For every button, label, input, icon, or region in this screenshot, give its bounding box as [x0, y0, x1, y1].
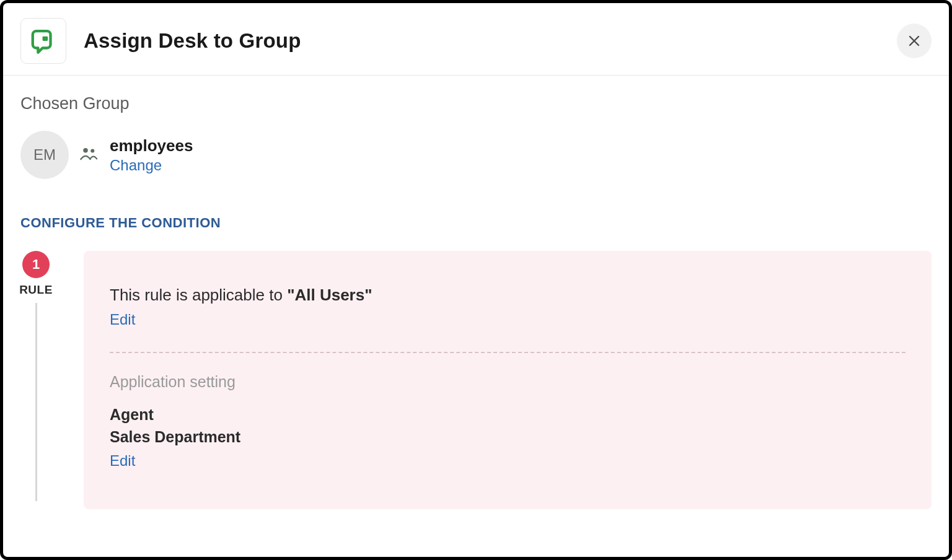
group-icon — [80, 146, 99, 164]
chosen-group-label: Chosen Group — [20, 94, 932, 113]
chosen-group-row: EM employees Change — [20, 131, 932, 179]
modal-inner: Assign Desk to Group Chosen Group EM — [3, 3, 949, 557]
svg-point-1 — [83, 148, 88, 153]
edit-application-setting-link[interactable]: Edit — [110, 452, 135, 470]
close-icon — [907, 33, 922, 48]
group-avatar: EM — [20, 131, 69, 179]
rule-applies-target: "All Users" — [287, 286, 372, 304]
application-setting-heading: Application setting — [110, 373, 906, 391]
svg-rect-0 — [43, 37, 48, 41]
modal-content: Chosen Group EM employees Change Configu — [3, 76, 949, 509]
rule-applies-text: This rule is applicable to "All Users" — [110, 286, 906, 305]
close-button[interactable] — [897, 24, 932, 58]
rule-area: 1 RULE This rule is applicable to "All U… — [20, 251, 932, 509]
page-title: Assign Desk to Group — [84, 29, 897, 53]
department-value: Sales Department — [110, 426, 906, 448]
edit-rule-scope-link[interactable]: Edit — [110, 311, 135, 328]
configure-condition-heading: Configure the Condition — [20, 215, 932, 231]
rule-number-badge: 1 — [22, 251, 50, 278]
rule-applies-prefix: This rule is applicable to — [110, 286, 287, 304]
rule-label: RULE — [19, 283, 53, 297]
rule-card: This rule is applicable to "All Users" E… — [84, 251, 932, 509]
rule-badge-column: 1 RULE — [20, 251, 51, 501]
rule-timeline-line — [35, 303, 37, 501]
svg-point-2 — [90, 149, 94, 153]
modal-header: Assign Desk to Group — [3, 3, 949, 76]
role-value: Agent — [110, 403, 906, 426]
group-name: employees — [110, 136, 193, 155]
group-info: employees Change — [110, 136, 193, 174]
desk-logo-icon — [29, 27, 58, 55]
modal-frame: Assign Desk to Group Chosen Group EM — [0, 0, 952, 560]
app-logo — [20, 18, 66, 64]
change-group-link[interactable]: Change — [110, 157, 193, 174]
rule-divider — [110, 352, 906, 353]
